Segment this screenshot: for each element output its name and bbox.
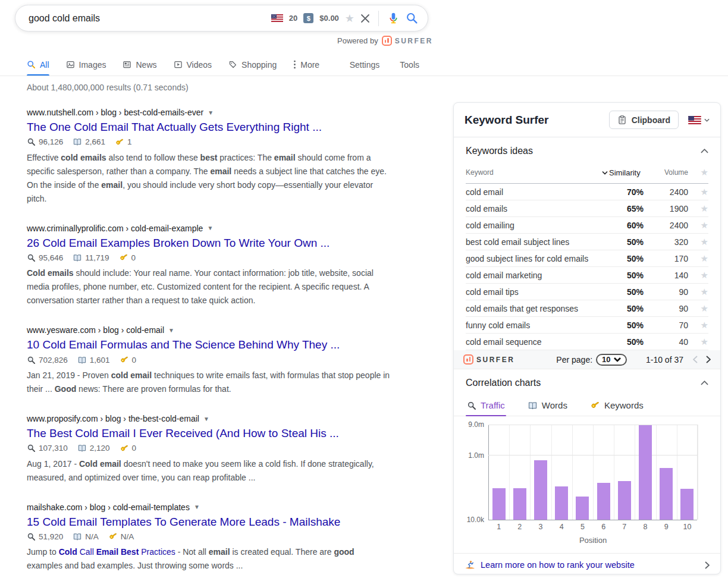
tab-shopping[interactable]: Shopping xyxy=(228,54,277,76)
star-icon[interactable]: ★ xyxy=(688,187,708,197)
chart-bar[interactable] xyxy=(618,481,631,520)
tab-words[interactable]: Words xyxy=(526,397,569,416)
chart-bar[interactable] xyxy=(597,483,610,520)
result-title-link[interactable]: The Best Cold Email I Ever Received (And… xyxy=(27,426,339,441)
magnifier-icon xyxy=(467,401,476,410)
result-title-link[interactable]: 15 Cold Email Templates To Generate More… xyxy=(27,515,340,530)
chevron-right-icon[interactable] xyxy=(705,561,710,569)
next-page-icon[interactable] xyxy=(706,356,711,363)
result-title-link[interactable]: The One Cold Email That Actually Gets Ev… xyxy=(27,120,322,135)
book-icon xyxy=(73,137,82,146)
star-icon[interactable]: ★ xyxy=(688,253,708,264)
similarity-cell: 70% xyxy=(602,187,644,197)
star-icon[interactable]: ★ xyxy=(688,270,708,281)
star-icon[interactable]: ★ xyxy=(688,303,708,314)
chart-bar[interactable] xyxy=(639,425,652,520)
traffic-metric: 51,920 xyxy=(27,532,63,541)
tab-news[interactable]: News xyxy=(123,54,156,76)
chart-bar[interactable] xyxy=(680,489,694,520)
star-icon[interactable]: ★ xyxy=(688,337,708,347)
tab-videos[interactable]: Videos xyxy=(174,54,212,76)
chart-x-axis-title: Position xyxy=(488,536,698,545)
inline-result-link[interactable]: Cold xyxy=(59,547,77,557)
words-metric: 1,601 xyxy=(77,356,110,365)
cpc-icon: $ xyxy=(303,13,313,23)
chevron-down-icon[interactable]: ▼ xyxy=(208,109,214,116)
vertical-gridline xyxy=(656,425,657,520)
x-tick-label: 10 xyxy=(677,523,698,531)
chart-bar[interactable] xyxy=(492,488,506,520)
tab-all[interactable]: All xyxy=(27,54,49,76)
inline-result-link[interactable]: Email Best xyxy=(96,547,139,557)
star-icon[interactable]: ★ xyxy=(688,320,708,331)
chevron-down-icon[interactable]: ▼ xyxy=(203,416,209,422)
country-select[interactable] xyxy=(688,116,710,124)
chevron-down-icon[interactable]: ▼ xyxy=(168,327,174,334)
vertical-gridline xyxy=(593,425,594,520)
key-icon xyxy=(117,442,130,455)
tab-keywords[interactable]: Keywords xyxy=(589,397,645,416)
collapse-chevron-icon[interactable] xyxy=(701,381,708,385)
chart-bar[interactable] xyxy=(534,460,547,520)
prev-page-icon[interactable] xyxy=(693,356,698,363)
search-submit-button[interactable] xyxy=(406,12,418,24)
inline-result-link[interactable]: Call xyxy=(77,547,96,557)
col-volume-header[interactable]: Volume xyxy=(644,168,688,177)
keywords-ideas-header: Keywords ideas xyxy=(454,137,720,162)
star-icon[interactable]: ★ xyxy=(688,220,708,231)
star-column-header[interactable]: ★ xyxy=(688,167,708,178)
star-icon[interactable]: ★ xyxy=(688,237,708,247)
x-tick-label: 6 xyxy=(593,523,614,531)
tools-menu[interactable]: Tools xyxy=(400,60,419,70)
chart-bar[interactable] xyxy=(576,497,589,520)
surfer-emoji-icon xyxy=(465,560,475,570)
x-tick-label: 9 xyxy=(656,523,677,531)
inline-result-link[interactable]: Practices xyxy=(139,547,175,557)
col-keyword-header[interactable]: Keyword xyxy=(466,168,602,177)
col-similarity-header[interactable]: Similarity xyxy=(602,168,644,177)
save-star-icon[interactable]: ★ xyxy=(345,13,354,24)
clipboard-button[interactable]: Clipboard xyxy=(609,111,679,129)
keyword-row: funny cold emails50%70★ xyxy=(466,317,708,334)
book-icon xyxy=(73,532,82,541)
learn-more-link[interactable]: Learn more on how to rank your website xyxy=(481,560,635,570)
keyword-row: cold emails that get responses50%90★ xyxy=(466,300,708,317)
chart-tabs: Traffic Words Keywords xyxy=(454,394,720,416)
tab-more[interactable]: More xyxy=(293,54,319,76)
chart-bar[interactable] xyxy=(513,488,526,520)
chart-bar[interactable] xyxy=(555,486,568,520)
result-breadcrumb[interactable]: www.yesware.com › blog › cold-email ▼ xyxy=(27,325,392,335)
star-icon[interactable]: ★ xyxy=(688,287,708,297)
clipboard-icon xyxy=(617,115,627,125)
surfer-logo: SURFER xyxy=(382,36,433,46)
keywords-table: Keyword Similarity Volume ★ cold email70… xyxy=(454,162,720,350)
collapse-chevron-icon[interactable] xyxy=(701,149,708,153)
result-breadcrumb[interactable]: www.proposify.com › blog › the-best-cold… xyxy=(27,414,392,423)
tab-images[interactable]: Images xyxy=(66,54,106,76)
search-input[interactable]: good cold emails xyxy=(29,13,100,24)
powered-by-text: Powered by xyxy=(337,36,378,45)
result-breadcrumb[interactable]: www.criminallyprolific.com › cold-email-… xyxy=(27,224,392,233)
magnifier-icon xyxy=(27,253,36,262)
search-result: www.nutshell.com › blog › best-cold-emai… xyxy=(27,108,392,206)
keyword-cell: funny cold emails xyxy=(466,321,602,330)
per-page-select[interactable]: 10 xyxy=(596,354,626,366)
similarity-cell: 50% xyxy=(602,337,644,347)
result-title-link[interactable]: 26 Cold Email Examples Broken Down To Wr… xyxy=(27,236,330,251)
search-result: www.criminallyprolific.com › cold-email-… xyxy=(27,224,392,308)
chevron-down-icon[interactable]: ▼ xyxy=(194,504,200,510)
voice-search-button[interactable] xyxy=(387,12,400,24)
results-list: www.nutshell.com › blog › best-cold-emai… xyxy=(27,108,392,573)
result-breadcrumb[interactable]: www.nutshell.com › blog › best-cold-emai… xyxy=(27,108,392,117)
tab-traffic[interactable]: Traffic xyxy=(466,397,506,416)
keyword-cell: cold emails xyxy=(466,204,602,213)
clear-search-button[interactable] xyxy=(360,14,370,23)
cpc-value: $0.00 xyxy=(319,14,339,23)
star-icon[interactable]: ★ xyxy=(688,203,708,214)
result-title-link[interactable]: 10 Cold Email Formulas and The Science B… xyxy=(27,338,340,353)
chevron-down-icon[interactable]: ▼ xyxy=(207,225,213,231)
chart-bar[interactable] xyxy=(660,468,673,520)
result-breadcrumb[interactable]: mailshake.com › blog › cold-email-templa… xyxy=(27,502,392,512)
google-search-bar[interactable]: good cold emails 20 $ $0.00 ★ xyxy=(15,5,428,32)
settings-menu[interactable]: Settings xyxy=(350,60,380,70)
